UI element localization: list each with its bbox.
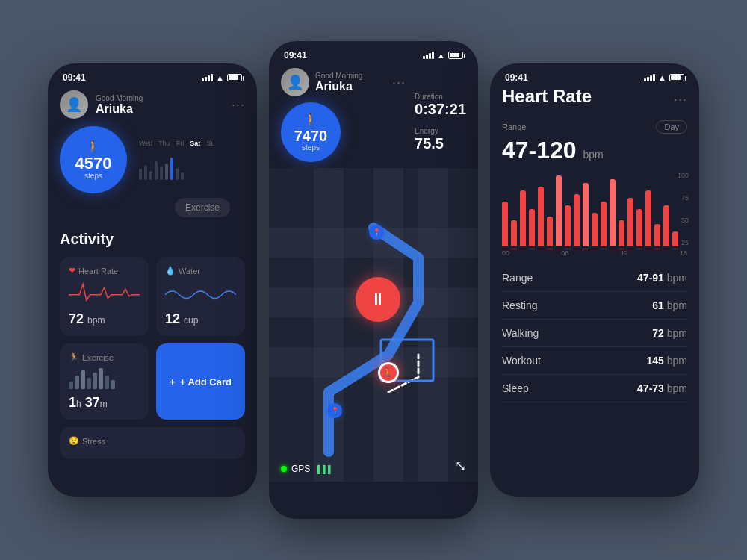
bar4 bbox=[155, 161, 158, 180]
walk-icon-mid: 🚶 bbox=[303, 113, 318, 127]
stat-workout[interactable]: Workout 145 bpm bbox=[502, 347, 687, 375]
hr-chart bbox=[502, 172, 687, 246]
bar2 bbox=[144, 165, 147, 180]
bar5 bbox=[160, 167, 163, 180]
stat-range[interactable]: Range 47-91 bpm bbox=[502, 264, 687, 292]
exbar7 bbox=[105, 376, 109, 389]
water-card-label: 💧 Water bbox=[165, 266, 236, 276]
duration-section: Duration 0:37:21 bbox=[415, 93, 466, 118]
exercise-card-label: 🏃 Exercise bbox=[69, 352, 140, 362]
energy-value: 75.5 bbox=[415, 135, 466, 152]
gps-bars-icon: ▐▐▐ bbox=[314, 465, 330, 473]
hr-card-label: ❤ Heart Rate bbox=[69, 266, 140, 276]
steps-label-left: steps bbox=[84, 172, 102, 180]
exbar4 bbox=[87, 378, 91, 389]
stat-resting[interactable]: Resting 61 bpm bbox=[502, 292, 687, 320]
route-path bbox=[269, 168, 478, 482]
water-card[interactable]: 💧 Water 12 cup bbox=[156, 257, 245, 336]
stress-card[interactable]: 😟 Stress bbox=[60, 427, 245, 459]
user-marker: 🚶 bbox=[378, 362, 399, 383]
activity-title: Activity bbox=[60, 231, 245, 248]
fullscreen-button[interactable]: ⤡ bbox=[455, 458, 466, 474]
stat-walking-label: Walking bbox=[502, 327, 539, 339]
hbar8 bbox=[565, 205, 571, 246]
hbar11 bbox=[592, 213, 598, 246]
hbar1 bbox=[502, 202, 508, 246]
battery-icon-right bbox=[669, 74, 684, 81]
menu-dots-right[interactable]: ··· bbox=[674, 92, 687, 108]
avatar-area: 👤 Good Morning Ariuka bbox=[60, 90, 143, 119]
time-right: 09:41 bbox=[505, 72, 528, 83]
stat-sleep-label: Sleep bbox=[502, 382, 529, 394]
steps-label-middle: steps bbox=[302, 143, 320, 152]
water-value: 12 cup bbox=[165, 311, 236, 327]
hbar5 bbox=[538, 187, 544, 246]
user-name-middle: Ariuka bbox=[315, 80, 362, 93]
add-card-button[interactable]: + + Add Card bbox=[156, 343, 245, 420]
wifi-icon: ▲ bbox=[216, 73, 224, 82]
time-left: 09:41 bbox=[63, 72, 86, 83]
wifi-icon-right: ▲ bbox=[658, 73, 666, 82]
exbar6 bbox=[99, 368, 103, 389]
day-sat: Sat bbox=[190, 140, 200, 147]
exercise-bars bbox=[69, 367, 140, 389]
menu-dots-left[interactable]: ··· bbox=[232, 97, 245, 113]
exercise-card[interactable]: 🏃 Exercise 1h 3 bbox=[60, 343, 149, 420]
avatar-middle: 👤 bbox=[281, 68, 309, 96]
bar7-active bbox=[170, 158, 173, 180]
bar9 bbox=[181, 172, 184, 180]
stress-label: 😟 Stress bbox=[69, 436, 236, 446]
stat-sleep[interactable]: Sleep 47-73 bpm bbox=[502, 375, 687, 402]
greeting-left: Good Morning bbox=[96, 94, 143, 102]
time-middle: 09:41 bbox=[284, 50, 307, 60]
hbar3 bbox=[520, 190, 526, 246]
stat-workout-value: 145 bpm bbox=[647, 355, 687, 367]
status-icons-right: ▲ bbox=[644, 73, 684, 82]
hbar18 bbox=[654, 224, 660, 246]
hbar17 bbox=[645, 190, 651, 246]
steps-circle: 🚶 4570 steps bbox=[60, 126, 127, 193]
signal-icon-right bbox=[644, 74, 655, 81]
stat-resting-label: Resting bbox=[502, 299, 537, 311]
mini-bars bbox=[139, 150, 245, 180]
range-value: 47-120 bpm bbox=[502, 137, 687, 164]
user-name-left: Ariuka bbox=[96, 102, 143, 116]
hr-line bbox=[69, 280, 140, 305]
exercise-bubble[interactable]: Exercise bbox=[175, 198, 230, 217]
energy-section: Energy 75.5 bbox=[415, 127, 466, 152]
hbar15 bbox=[627, 198, 633, 246]
add-card-label: + Add Card bbox=[180, 376, 232, 388]
battery-icon-mid bbox=[448, 52, 463, 59]
energy-label: Energy bbox=[415, 127, 466, 135]
stat-resting-value: 61 bpm bbox=[652, 299, 687, 311]
header-left: 👤 Good Morning Ariuka ··· bbox=[48, 86, 257, 126]
hbar16 bbox=[636, 209, 642, 246]
right-phone: 09:41 ▲ Heart Rate ··· bbox=[490, 63, 699, 497]
water-line bbox=[165, 280, 236, 305]
days-labels: Wed Thu Fri Sat Su bbox=[139, 140, 245, 147]
status-icons-left: ▲ bbox=[202, 73, 242, 82]
stat-walking[interactable]: Walking 72 bpm bbox=[502, 320, 687, 347]
pause-button[interactable]: ⏸ bbox=[356, 277, 400, 322]
heart-rate-card[interactable]: ❤ Heart Rate 72 bpm bbox=[60, 257, 149, 336]
avatar: 👤 bbox=[60, 90, 88, 119]
day-fri: Fri bbox=[176, 140, 185, 147]
duration-label: Duration bbox=[415, 93, 466, 101]
exbar1 bbox=[69, 382, 73, 389]
hbar7 bbox=[556, 175, 562, 246]
steps-section: 🚶 4570 steps Wed Thu Fri Sat Su bbox=[48, 126, 257, 193]
chart-x-labels: 00 06 12 18 bbox=[502, 249, 687, 257]
hr-header: Heart Rate ··· bbox=[490, 86, 699, 120]
activity-section: Activity ❤ Heart Rate 72 bpm bbox=[48, 231, 257, 459]
status-bar-middle: 09:41 ▲ bbox=[269, 41, 478, 63]
exercise-time-value: 1h 37m bbox=[69, 395, 140, 411]
wifi-icon-mid: ▲ bbox=[437, 51, 445, 60]
exbar3 bbox=[81, 370, 85, 389]
bar6 bbox=[165, 164, 168, 180]
left-phone: 09:41 ▲ 👤 Good Morning Ari bbox=[48, 63, 257, 497]
day-button[interactable]: Day bbox=[656, 120, 687, 134]
hbar2 bbox=[511, 220, 517, 246]
hbar6 bbox=[547, 217, 553, 246]
hbar14 bbox=[619, 220, 624, 246]
menu-dots-middle[interactable]: ··· bbox=[392, 75, 406, 90]
